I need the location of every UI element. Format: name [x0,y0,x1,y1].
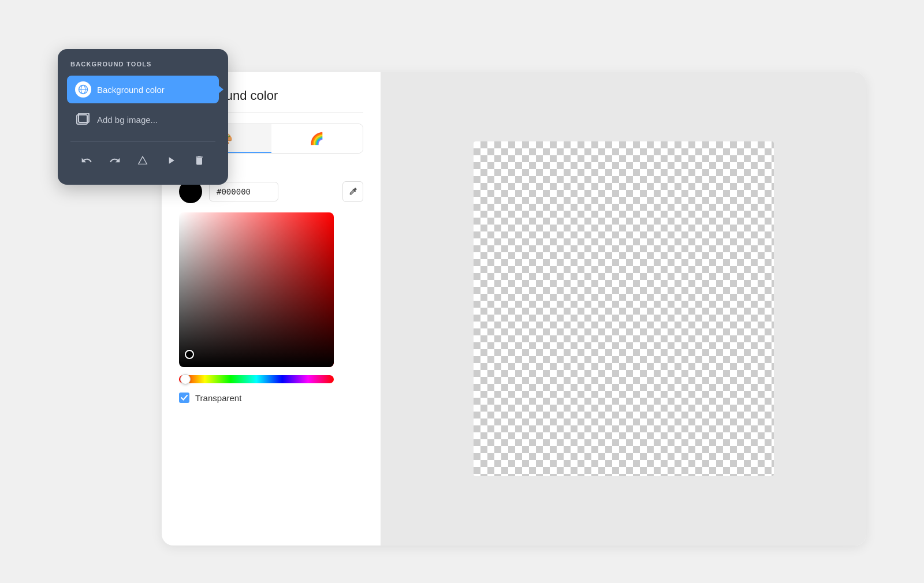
hue-slider[interactable] [179,375,334,383]
trash-icon[interactable] [191,152,207,169]
undo-icon[interactable] [79,152,95,169]
sidebar-item-add-bg-image[interactable]: Add bg image... [67,106,219,133]
eyedropper-button[interactable] [342,181,363,202]
transparent-label: Transparent [195,393,241,403]
hue-thumb [180,374,191,384]
tab-colorwheel[interactable]: 🌈 [271,124,363,153]
gradient-canvas[interactable] [179,212,334,367]
transparent-row: Transparent [179,393,363,403]
gradient-cursor [185,350,194,359]
sidebar-divider [70,141,215,142]
sidebar-item-background-color[interactable]: Background color [67,76,219,103]
canvas-preview [474,141,774,476]
colorwheel-icon: 🌈 [310,132,324,145]
main-container: BACKGROUND TOOLS Background color [58,38,866,545]
sidebar-item-background-color-label: Background color [97,85,165,95]
gradient-inner [179,212,334,367]
image-icon [75,111,91,128]
redo-icon[interactable] [107,152,123,169]
sidebar-panel: BACKGROUND TOOLS Background color [58,49,228,185]
globe-icon [75,81,91,98]
sidebar-tools [67,150,219,171]
hue-slider-container [179,375,334,383]
sidebar-item-add-bg-image-label: Add bg image... [97,115,158,125]
transparent-checkbox[interactable] [179,393,189,403]
play-icon[interactable] [163,152,179,169]
sidebar-title: BACKGROUND TOOLS [67,61,219,68]
canvas-area [381,72,866,545]
triangle-icon[interactable] [135,152,151,169]
content-area: Background color 🎨 🌈 SPECTRUM [162,72,866,545]
hex-input[interactable] [209,182,278,201]
